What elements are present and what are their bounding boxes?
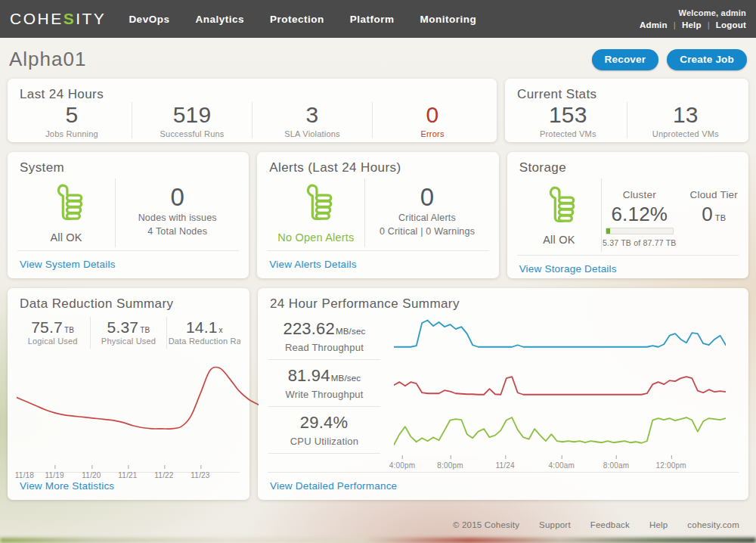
- cpu-utilization-chart: [394, 414, 726, 452]
- stat-successful-runs: 519 Successful Runs: [132, 102, 253, 138]
- cluster-used-label: 5.37 TB of 87.77 TB: [603, 238, 676, 247]
- page-footer: © 2015 Cohesity Support Feedback Help co…: [8, 510, 748, 529]
- cohesity-com-link[interactable]: cohesity.com: [687, 520, 739, 529]
- view-system-details-link[interactable]: View System Details: [20, 259, 116, 270]
- metric-unit: MB/sec: [336, 327, 366, 336]
- card-title: Last 24 Hours: [8, 79, 497, 102]
- nodes-with-issues-label: Nodes with issues: [138, 213, 217, 223]
- nav-item-analytics[interactable]: Analytics: [195, 14, 244, 25]
- stat-sla-violations: 3 SLA Violations: [253, 102, 373, 138]
- nav-item-devops[interactable]: DevOps: [129, 14, 169, 25]
- status-caption: All OK: [50, 231, 82, 244]
- view-alerts-details-link[interactable]: View Alerts Details: [269, 259, 356, 270]
- stat-logical-used: 75.7TB Logical Used: [15, 317, 91, 349]
- stat-value: 13: [627, 103, 744, 127]
- dashboard-page: COHESITY DevOps Analytics Protection Pla…: [0, 0, 756, 543]
- top-navbar: COHESITY DevOps Analytics Protection Pla…: [0, 0, 756, 38]
- nav-item-monitoring[interactable]: Monitoring: [420, 14, 476, 25]
- stat-data-reduction-ratio: 14.1x Data Reduction Rat..: [167, 317, 242, 349]
- status-caption: No Open Alerts: [277, 231, 354, 244]
- logout-link[interactable]: Logout: [716, 20, 746, 29]
- status-caption: All OK: [543, 234, 575, 246]
- cluster-usage: Cluster 6.12% 5.37 TB of 87.77 TB: [603, 189, 676, 247]
- critical-alerts-count: 0: [420, 185, 435, 209]
- system-status: All OK: [17, 178, 116, 247]
- metric-value: 29.4%: [300, 413, 348, 432]
- data-reduction-x-axis: 11/1811/1911/2011/2111/2211/23: [17, 464, 243, 472]
- page-header: Alpha01 Recover Create Job: [8, 38, 748, 79]
- view-more-statistics-link[interactable]: View More Statistics: [20, 480, 114, 492]
- nav-item-protection[interactable]: Protection: [270, 14, 324, 25]
- x-tick-label: 4:00am: [548, 461, 575, 470]
- x-tick-label: 11/22: [154, 471, 173, 479]
- stat-label: Data Reduction Rat..: [169, 337, 240, 346]
- stat-label: Logical Used: [17, 337, 88, 346]
- admin-link[interactable]: Admin: [640, 20, 668, 29]
- separator: |: [674, 20, 676, 29]
- stat-value: 5: [12, 103, 132, 127]
- recover-button[interactable]: Recover: [592, 49, 659, 70]
- stat-label: Unprotected VMs: [627, 129, 744, 138]
- cohesity-logo[interactable]: COHESITY: [10, 10, 106, 28]
- copyright-text: © 2015 Cohesity: [453, 520, 519, 529]
- critical-alerts-label: Critical Alerts: [398, 213, 456, 223]
- metric-value: 81.94: [288, 366, 330, 385]
- stat-value: 3: [253, 103, 372, 127]
- cluster-usage-fill: [606, 228, 610, 234]
- x-tick-label: 11/18: [15, 471, 34, 479]
- metric-label: CPU Utilization: [290, 436, 358, 447]
- stat-errors: 0 Errors: [373, 102, 492, 138]
- user-menu: Welcome, admin Admin | Help | Logout: [640, 8, 746, 29]
- alerts-card: Alerts (Last 24 Hours) No Open Alerts 0 …: [257, 152, 498, 278]
- card-title: Storage: [507, 152, 748, 175]
- data-reduction-chart: [17, 358, 259, 462]
- system-nodes-info: 0 Nodes with issues 4 Total Nodes: [116, 178, 239, 247]
- x-tick-label: 11/21: [118, 471, 137, 479]
- total-nodes-label: 4 Total Nodes: [147, 226, 207, 237]
- create-job-button[interactable]: Create Job: [667, 49, 747, 70]
- separator: |: [708, 20, 710, 29]
- welcome-text: Welcome, admin: [640, 8, 746, 17]
- performance-x-axis: 4:00pm8:00pm11/244:00am8:00am12:00pm: [394, 454, 726, 472]
- view-detailed-performance-link[interactable]: View Detailed Performance: [270, 480, 397, 492]
- help-link[interactable]: Help: [682, 20, 702, 29]
- storage-card: Storage All OK Cluster 6.12% 5.37 TB of …: [507, 152, 748, 278]
- storage-info: Cluster 6.12% 5.37 TB of 87.77 TB Cloud …: [602, 178, 739, 252]
- feedback-link[interactable]: Feedback: [590, 520, 630, 529]
- stat-value: 5.37: [107, 318, 139, 336]
- metric-value: 223.62: [283, 319, 335, 338]
- nav-item-platform[interactable]: Platform: [350, 14, 395, 25]
- stat-label: Errors: [373, 129, 492, 138]
- stat-value: 153: [510, 103, 626, 127]
- cloud-tier-usage: Cloud Tier 0TB: [689, 189, 738, 224]
- stat-value: 519: [132, 103, 252, 127]
- logo-accent-s: S: [64, 10, 76, 27]
- stat-jobs-running: 5 Jobs Running: [12, 102, 132, 138]
- read-throughput-chart: [394, 318, 726, 356]
- help-footer-link[interactable]: Help: [649, 520, 668, 529]
- support-link[interactable]: Support: [539, 520, 571, 529]
- x-tick-label: 8:00pm: [437, 461, 463, 470]
- cloud-tier-unit: TB: [715, 213, 726, 222]
- stat-unit: TB: [140, 326, 150, 334]
- alerts-breakdown: 0 Critical | 0 Warnings: [380, 226, 475, 237]
- x-tick-label: 11/19: [45, 471, 64, 479]
- view-storage-details-link[interactable]: View Storage Details: [519, 263, 617, 275]
- cluster-usage-bar: [606, 228, 674, 234]
- background-photo-strip: [0, 538, 756, 543]
- cluster-percent: 6.12%: [611, 204, 668, 224]
- performance-card: 24 Hour Performance Summary 223.62MB/sec…: [258, 288, 748, 500]
- logo-text-post: ITY: [76, 10, 106, 27]
- system-card: System All OK 0 Nodes with issues 4 Tota…: [8, 152, 249, 278]
- card-title: 24 Hour Performance Summary: [258, 288, 748, 312]
- stat-unprotected-vms: 13 Unprotected VMs: [627, 102, 744, 138]
- stat-physical-used: 5.37TB Physical Used: [91, 317, 166, 349]
- page-title: Alpha01: [9, 48, 86, 71]
- stat-unit: TB: [64, 326, 74, 334]
- card-title: Current Stats: [505, 79, 748, 102]
- metric-write-throughput: 81.94MB/sec Write Throughput: [268, 360, 380, 407]
- card-title: Alerts (Last 24 Hours): [257, 152, 498, 175]
- x-tick-label: 4:00pm: [389, 461, 416, 470]
- x-tick-label: 11/20: [82, 471, 101, 479]
- cluster-label: Cluster: [623, 189, 656, 200]
